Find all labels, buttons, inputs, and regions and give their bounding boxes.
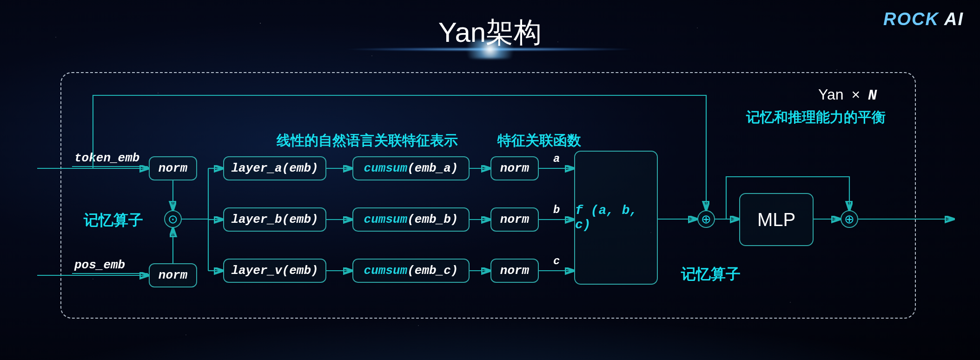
- block-cumsum-a: cumsum(emb_a): [352, 156, 470, 180]
- op-add-1: ⊕: [697, 210, 715, 228]
- block-norm-c: norm: [490, 259, 539, 283]
- repeat-n: N: [868, 87, 877, 104]
- yan-name: Yan: [818, 86, 844, 103]
- block-cumsum-b: cumsum(emb_b): [352, 207, 470, 232]
- cumsum-b-fn: cumsum: [364, 213, 408, 227]
- op-add-2: ⊕: [841, 210, 858, 228]
- cumsum-c-arg: (emb_c): [407, 264, 458, 278]
- block-norm-b: norm: [490, 207, 539, 232]
- layer-a-arg: (emb): [282, 161, 318, 175]
- path-label-c: c: [553, 255, 560, 267]
- block-layer-v: layer_v(emb): [223, 259, 326, 283]
- label-pos-emb: pos_emb: [74, 258, 125, 272]
- block-layer-a: layer_a(emb): [223, 156, 326, 180]
- page-title: Yan架构: [438, 14, 542, 52]
- header-memory-op-left: 记忆算子: [84, 210, 143, 231]
- layer-v-name: layer_v: [231, 264, 282, 278]
- op-multiply: ⊙: [164, 210, 182, 228]
- brand-logo: ROCK AI: [883, 9, 964, 29]
- header-feature-fn: 特征关联函数: [497, 131, 581, 150]
- block-mlp: MLP: [739, 193, 814, 246]
- path-label-a: a: [553, 153, 560, 165]
- block-layer-b: layer_b(emb): [223, 207, 326, 232]
- logo-rock: ROCK: [883, 9, 939, 29]
- block-norm-token: norm: [149, 156, 197, 180]
- label-token-emb: token_emb: [74, 151, 139, 165]
- layer-b-arg: (emb): [282, 213, 318, 227]
- header-memory-op-right: 记忆算子: [681, 264, 741, 285]
- block-norm-a: norm: [490, 156, 539, 180]
- block-function-f: f (a, b, c): [574, 151, 658, 285]
- header-linear-feature: 线性的自然语言关联特征表示: [277, 131, 458, 150]
- header-balance: 记忆和推理能力的平衡: [746, 108, 886, 127]
- cumsum-a-fn: cumsum: [364, 161, 408, 175]
- times-symbol: ×: [848, 86, 864, 103]
- block-cumsum-c: cumsum(emb_c): [352, 259, 470, 283]
- cumsum-b-arg: (emb_b): [407, 213, 458, 227]
- cumsum-a-arg: (emb_a): [407, 161, 458, 175]
- layer-b-name: layer_b: [231, 213, 282, 227]
- block-norm-pos: norm: [149, 263, 197, 287]
- layer-a-name: layer_a: [231, 161, 282, 175]
- path-label-b: b: [553, 204, 560, 216]
- yan-repeat-label: Yan × N: [818, 86, 877, 104]
- cumsum-c-fn: cumsum: [364, 264, 408, 278]
- logo-ai: AI: [939, 9, 964, 29]
- layer-v-arg: (emb): [282, 264, 318, 278]
